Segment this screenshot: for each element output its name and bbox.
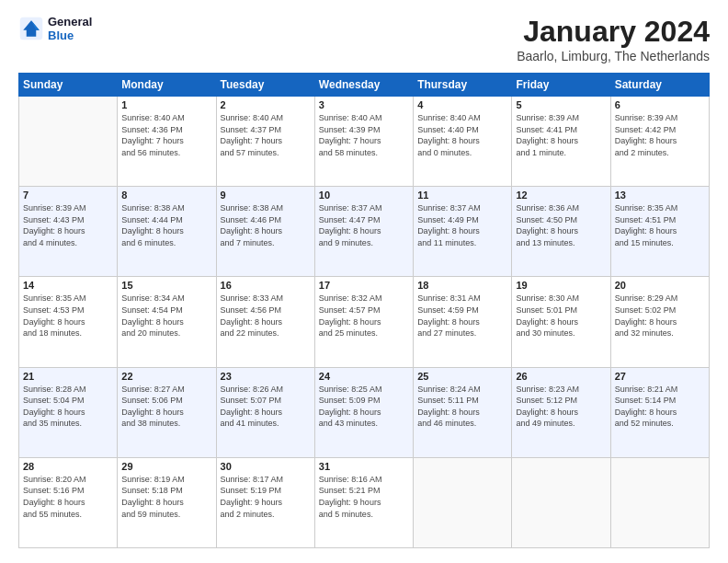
table-row: 19Sunrise: 8:30 AM Sunset: 5:01 PM Dayli… [512, 277, 610, 367]
table-row: 7Sunrise: 8:39 AM Sunset: 4:43 PM Daylig… [19, 187, 118, 277]
table-row: 22Sunrise: 8:27 AM Sunset: 5:06 PM Dayli… [118, 367, 216, 457]
day-number: 1 [121, 99, 211, 110]
table-row [19, 97, 118, 187]
day-info: Sunrise: 8:34 AM Sunset: 4:54 PM Dayligh… [121, 293, 211, 339]
day-number: 16 [221, 280, 311, 291]
day-number: 11 [417, 190, 507, 201]
table-row: 28Sunrise: 8:20 AM Sunset: 5:16 PM Dayli… [19, 457, 118, 547]
day-info: Sunrise: 8:31 AM Sunset: 4:59 PM Dayligh… [417, 293, 507, 339]
day-number: 28 [23, 461, 113, 472]
table-row: 30Sunrise: 8:17 AM Sunset: 5:19 PM Dayli… [216, 457, 314, 547]
calendar-week-row: 1Sunrise: 8:40 AM Sunset: 4:36 PM Daylig… [19, 97, 710, 187]
day-number: 27 [615, 371, 705, 382]
day-info: Sunrise: 8:20 AM Sunset: 5:16 PM Dayligh… [23, 474, 113, 520]
table-row: 21Sunrise: 8:28 AM Sunset: 5:04 PM Dayli… [19, 367, 118, 457]
day-info: Sunrise: 8:36 AM Sunset: 4:50 PM Dayligh… [516, 202, 606, 248]
table-row: 14Sunrise: 8:35 AM Sunset: 4:53 PM Dayli… [19, 277, 118, 367]
table-row: 12Sunrise: 8:36 AM Sunset: 4:50 PM Dayli… [512, 187, 610, 277]
day-info: Sunrise: 8:16 AM Sunset: 5:21 PM Dayligh… [319, 474, 409, 520]
calendar-header-row: Sunday Monday Tuesday Wednesday Thursday… [19, 74, 710, 97]
day-number: 9 [221, 190, 311, 201]
table-row: 23Sunrise: 8:26 AM Sunset: 5:07 PM Dayli… [216, 367, 314, 457]
day-info: Sunrise: 8:37 AM Sunset: 4:49 PM Dayligh… [417, 202, 507, 248]
table-row: 20Sunrise: 8:29 AM Sunset: 5:02 PM Dayli… [610, 277, 709, 367]
page: General Blue January 2024 Baarlo, Limbur… [0, 0, 728, 563]
day-number: 6 [615, 99, 705, 110]
table-row: 18Sunrise: 8:31 AM Sunset: 4:59 PM Dayli… [414, 277, 512, 367]
day-number: 24 [319, 371, 409, 382]
day-info: Sunrise: 8:40 AM Sunset: 4:40 PM Dayligh… [417, 112, 507, 158]
day-number: 20 [615, 280, 705, 291]
day-info: Sunrise: 8:30 AM Sunset: 5:01 PM Dayligh… [516, 293, 606, 339]
day-info: Sunrise: 8:21 AM Sunset: 5:14 PM Dayligh… [615, 384, 705, 430]
col-tuesday: Tuesday [216, 74, 314, 97]
col-friday: Friday [512, 74, 610, 97]
table-row [512, 457, 610, 547]
calendar-week-row: 14Sunrise: 8:35 AM Sunset: 4:53 PM Dayli… [19, 277, 710, 367]
table-row: 26Sunrise: 8:23 AM Sunset: 5:12 PM Dayli… [512, 367, 610, 457]
table-row: 17Sunrise: 8:32 AM Sunset: 4:57 PM Dayli… [314, 277, 413, 367]
day-number: 13 [615, 190, 705, 201]
day-info: Sunrise: 8:26 AM Sunset: 5:07 PM Dayligh… [221, 384, 311, 430]
calendar-week-row: 21Sunrise: 8:28 AM Sunset: 5:04 PM Dayli… [19, 367, 710, 457]
day-number: 31 [319, 461, 409, 472]
table-row: 27Sunrise: 8:21 AM Sunset: 5:14 PM Dayli… [610, 367, 709, 457]
table-row: 3Sunrise: 8:40 AM Sunset: 4:39 PM Daylig… [314, 97, 413, 187]
calendar-week-row: 7Sunrise: 8:39 AM Sunset: 4:43 PM Daylig… [19, 187, 710, 277]
table-row: 8Sunrise: 8:38 AM Sunset: 4:44 PM Daylig… [118, 187, 216, 277]
table-row: 5Sunrise: 8:39 AM Sunset: 4:41 PM Daylig… [512, 97, 610, 187]
day-info: Sunrise: 8:35 AM Sunset: 4:51 PM Dayligh… [615, 202, 705, 248]
table-row: 29Sunrise: 8:19 AM Sunset: 5:18 PM Dayli… [118, 457, 216, 547]
day-info: Sunrise: 8:23 AM Sunset: 5:12 PM Dayligh… [516, 384, 606, 430]
title-section: January 2024 Baarlo, Limburg, The Nether… [517, 15, 710, 63]
table-row: 31Sunrise: 8:16 AM Sunset: 5:21 PM Dayli… [314, 457, 413, 547]
logo-text: General Blue [48, 15, 92, 42]
day-info: Sunrise: 8:40 AM Sunset: 4:36 PM Dayligh… [121, 112, 211, 158]
day-info: Sunrise: 8:27 AM Sunset: 5:06 PM Dayligh… [121, 384, 211, 430]
day-number: 17 [319, 280, 409, 291]
table-row: 9Sunrise: 8:38 AM Sunset: 4:46 PM Daylig… [216, 187, 314, 277]
col-saturday: Saturday [610, 74, 709, 97]
calendar-table: Sunday Monday Tuesday Wednesday Thursday… [18, 73, 710, 548]
header: General Blue January 2024 Baarlo, Limbur… [18, 15, 710, 63]
day-info: Sunrise: 8:33 AM Sunset: 4:56 PM Dayligh… [221, 293, 311, 339]
table-row: 2Sunrise: 8:40 AM Sunset: 4:37 PM Daylig… [216, 97, 314, 187]
location-title: Baarlo, Limburg, The Netherlands [517, 49, 710, 63]
day-info: Sunrise: 8:40 AM Sunset: 4:37 PM Dayligh… [221, 112, 311, 158]
day-number: 3 [319, 99, 409, 110]
table-row [414, 457, 512, 547]
day-number: 29 [121, 461, 211, 472]
logo: General Blue [18, 15, 92, 42]
table-row: 11Sunrise: 8:37 AM Sunset: 4:49 PM Dayli… [414, 187, 512, 277]
day-number: 26 [516, 371, 606, 382]
table-row: 1Sunrise: 8:40 AM Sunset: 4:36 PM Daylig… [118, 97, 216, 187]
table-row: 4Sunrise: 8:40 AM Sunset: 4:40 PM Daylig… [414, 97, 512, 187]
month-title: January 2024 [517, 15, 710, 49]
day-number: 12 [516, 190, 606, 201]
day-info: Sunrise: 8:39 AM Sunset: 4:41 PM Dayligh… [516, 112, 606, 158]
calendar-week-row: 28Sunrise: 8:20 AM Sunset: 5:16 PM Dayli… [19, 457, 710, 547]
table-row: 15Sunrise: 8:34 AM Sunset: 4:54 PM Dayli… [118, 277, 216, 367]
day-number: 19 [516, 280, 606, 291]
day-info: Sunrise: 8:29 AM Sunset: 5:02 PM Dayligh… [615, 293, 705, 339]
logo-icon [18, 16, 44, 41]
day-info: Sunrise: 8:39 AM Sunset: 4:43 PM Dayligh… [23, 202, 113, 248]
day-number: 2 [221, 99, 311, 110]
day-number: 10 [319, 190, 409, 201]
day-info: Sunrise: 8:28 AM Sunset: 5:04 PM Dayligh… [23, 384, 113, 430]
day-info: Sunrise: 8:25 AM Sunset: 5:09 PM Dayligh… [319, 384, 409, 430]
day-number: 22 [121, 371, 211, 382]
table-row [610, 457, 709, 547]
day-number: 4 [417, 99, 507, 110]
day-info: Sunrise: 8:38 AM Sunset: 4:44 PM Dayligh… [121, 202, 211, 248]
day-number: 14 [23, 280, 113, 291]
table-row: 24Sunrise: 8:25 AM Sunset: 5:09 PM Dayli… [314, 367, 413, 457]
day-info: Sunrise: 8:32 AM Sunset: 4:57 PM Dayligh… [319, 293, 409, 339]
day-info: Sunrise: 8:17 AM Sunset: 5:19 PM Dayligh… [221, 474, 311, 520]
day-info: Sunrise: 8:40 AM Sunset: 4:39 PM Dayligh… [319, 112, 409, 158]
col-wednesday: Wednesday [314, 74, 413, 97]
table-row: 13Sunrise: 8:35 AM Sunset: 4:51 PM Dayli… [610, 187, 709, 277]
day-number: 15 [121, 280, 211, 291]
day-number: 25 [417, 371, 507, 382]
day-info: Sunrise: 8:39 AM Sunset: 4:42 PM Dayligh… [615, 112, 705, 158]
